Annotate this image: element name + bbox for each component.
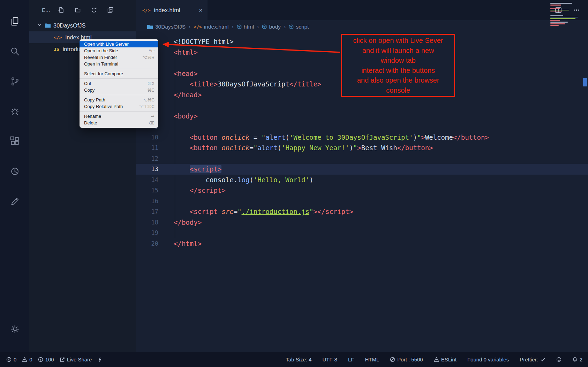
annotation-line: window tab xyxy=(342,55,454,66)
notifications-bell[interactable]: 2 xyxy=(572,357,582,362)
line-number: 17 xyxy=(136,208,158,215)
status-bar: 0 0 100 Live Share Tab Size: 4 UTF-8 LF … xyxy=(0,352,588,367)
search-icon[interactable] xyxy=(0,36,29,66)
breadcrumb-item-file[interactable]: </> index.html xyxy=(194,24,228,30)
code-line-9[interactable]: 9 xyxy=(136,121,588,132)
code-line-14[interactable]: 14 console.log('Hello, World') xyxy=(136,175,588,185)
menu-item-copy-path[interactable]: Copy Path⌥⌘C xyxy=(80,97,158,103)
language-mode-indicator[interactable]: HTML xyxy=(365,357,379,362)
symbol-cube-icon xyxy=(289,24,294,29)
prettier-status[interactable]: Prettier: xyxy=(520,357,545,362)
warning-icon xyxy=(434,357,439,362)
breadcrumb-item-folder[interactable]: 30DaysOfJS xyxy=(147,24,186,30)
code-line-11[interactable]: 11 <button onclick="alert('Happy New Yea… xyxy=(136,143,588,153)
source-control-icon[interactable] xyxy=(0,66,29,96)
tab-bar: </> index.html × xyxy=(136,0,588,20)
line-number: 10 xyxy=(136,134,158,141)
symbol-cube-icon xyxy=(237,24,242,29)
breadcrumb-item-html[interactable]: html xyxy=(237,24,254,30)
tree-root-folder[interactable]: 30DaysOfJS xyxy=(29,20,136,31)
error-icon xyxy=(6,357,12,362)
menu-item-cut[interactable]: Cut⌘X xyxy=(80,80,158,87)
root-folder-label: 30DaysOfJS xyxy=(53,22,86,29)
live-share-button[interactable]: Live Share xyxy=(60,357,92,362)
circle-slash-icon xyxy=(390,357,395,362)
menu-separator xyxy=(80,95,158,95)
tab-size-indicator[interactable]: Tab Size: 4 xyxy=(286,357,311,362)
line-number: 14 xyxy=(136,176,158,183)
html-file-icon: </> xyxy=(54,35,62,40)
breadcrumb-separator: › xyxy=(189,24,190,30)
feedback-smiley-button[interactable] xyxy=(556,357,561,362)
breadcrumb-item-script[interactable]: script xyxy=(289,24,309,30)
explorer-header: E... xyxy=(29,0,136,20)
menu-separator xyxy=(80,111,158,112)
menu-item-select-for-compare[interactable]: Select for Compare xyxy=(80,70,158,77)
menu-item-open-with-live-server[interactable]: Open with Live Server xyxy=(80,41,158,47)
activity-bar xyxy=(0,0,29,352)
code-line-12[interactable]: 12 xyxy=(136,153,588,164)
menu-item-copy-relative-path[interactable]: Copy Relative Path⌥⇧⌘C xyxy=(80,103,158,110)
live-server-port[interactable]: Port : 5500 xyxy=(390,357,423,362)
annotation-line: and also open the browser xyxy=(342,75,454,85)
lightning-button[interactable] xyxy=(97,357,103,362)
menu-item-reveal-in-finder[interactable]: Reveal in Finder⌥⌘R xyxy=(80,54,158,61)
refresh-icon[interactable] xyxy=(91,7,97,13)
bell-icon xyxy=(572,357,578,362)
collapse-all-icon[interactable] xyxy=(107,7,114,13)
code-line-10[interactable]: 10 <button onclick = "alert('Welcome to … xyxy=(136,132,588,143)
tab-label: index.html xyxy=(154,7,180,14)
chevron-down-icon xyxy=(37,22,42,29)
info-count[interactable]: 100 xyxy=(38,357,54,362)
code-line-16[interactable]: 16 xyxy=(136,196,588,207)
line-number: 19 xyxy=(136,229,158,236)
encoding-indicator[interactable]: UTF-8 xyxy=(322,357,337,362)
feedback-icon[interactable] xyxy=(0,186,29,216)
vscode-window: E... 30DaysOfJS </> index.html JS introd… xyxy=(0,0,588,367)
line-number: 15 xyxy=(136,187,158,194)
code-line-8[interactable]: 8<body> xyxy=(136,111,588,122)
code-line-19[interactable]: 19 xyxy=(136,228,588,238)
breadcrumb-separator: › xyxy=(232,24,233,30)
eol-indicator[interactable]: LF xyxy=(348,357,354,362)
code-line-13[interactable]: 13 <script> xyxy=(136,164,588,175)
settings-gear-icon[interactable] xyxy=(0,314,29,344)
breadcrumb: 30DaysOfJS › </> index.html › html › bod… xyxy=(136,20,588,33)
folder-icon xyxy=(45,23,51,28)
line-number: 11 xyxy=(136,144,158,151)
extensions-icon[interactable] xyxy=(0,126,29,156)
close-icon[interactable]: × xyxy=(199,7,203,14)
folder-icon xyxy=(147,24,153,30)
code-line-20[interactable]: 20</html> xyxy=(136,238,588,249)
breadcrumb-item-body[interactable]: body xyxy=(262,24,281,30)
menu-item-copy[interactable]: Copy⌘C xyxy=(80,87,158,93)
code-line-18[interactable]: 18</body> xyxy=(136,217,588,228)
code-line-7[interactable]: 7 xyxy=(136,100,588,111)
annotation-box: click on open with Live Sever and it wil… xyxy=(341,34,455,97)
eslint-status[interactable]: ESLint xyxy=(434,357,457,362)
code-line-17[interactable]: 17 <script src="./introduction.js"></scr… xyxy=(136,206,588,217)
problems-errors[interactable]: 0 xyxy=(6,357,16,362)
line-number: 12 xyxy=(136,155,158,162)
symbol-cube-icon xyxy=(262,24,267,29)
menu-item-delete[interactable]: Delete⌫ xyxy=(80,120,158,126)
code-line-15[interactable]: 15 </script> xyxy=(136,185,588,196)
explorer-icon[interactable] xyxy=(0,6,29,36)
menu-item-rename[interactable]: Rename↩ xyxy=(80,113,158,120)
breadcrumb-separator: › xyxy=(257,24,259,30)
smiley-icon xyxy=(556,357,561,362)
menu-item-open-in-terminal[interactable]: Open in Terminal xyxy=(80,61,158,67)
timeline-icon[interactable] xyxy=(0,156,29,186)
js-file-icon: JS xyxy=(54,47,59,52)
menu-item-open-to-the-side[interactable]: Open to the Side^↩ xyxy=(80,47,158,54)
minimap[interactable] xyxy=(550,2,582,27)
variables-status[interactable]: Found 0 variables xyxy=(467,357,509,362)
new-folder-icon[interactable] xyxy=(74,7,81,13)
menu-separator xyxy=(80,78,158,79)
line-number: 13 xyxy=(136,166,158,173)
new-file-icon[interactable] xyxy=(58,7,65,13)
line-number: 20 xyxy=(136,240,158,247)
problems-warnings[interactable]: 0 xyxy=(22,357,32,362)
run-and-debug-icon[interactable] xyxy=(0,96,29,126)
tab-index-html[interactable]: </> index.html × xyxy=(136,0,208,20)
